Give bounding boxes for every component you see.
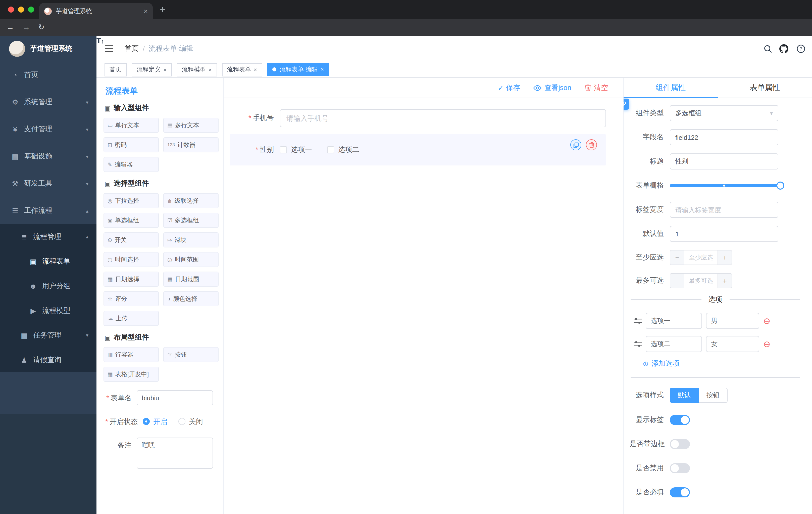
max-select-value[interactable]: 最多可选: [685, 274, 718, 288]
traffic-close-icon[interactable]: [8, 6, 14, 12]
font-size-icon[interactable]: T↕: [96, 36, 104, 45]
component-rate[interactable]: ☆评分: [104, 291, 159, 306]
save-button[interactable]: ✓ 保存: [498, 83, 520, 92]
delete-field-button[interactable]: [586, 139, 597, 151]
component-single-line-text[interactable]: ▭单行文本: [104, 118, 159, 133]
field-row-phone[interactable]: *手机号: [230, 109, 606, 127]
sidebar-item-task-management[interactable]: ▦ 任务管理 ▾: [0, 323, 96, 348]
sidebar-item-infra[interactable]: ▤ 基础设施 ▾: [0, 143, 96, 170]
required-toggle[interactable]: [670, 487, 690, 497]
browser-tab[interactable]: 芋道管理系统 ×: [39, 3, 153, 19]
minus-button[interactable]: −: [670, 250, 685, 265]
default-value-input[interactable]: [670, 226, 778, 242]
link-field-button[interactable]: [623, 99, 629, 110]
component-table-wip[interactable]: ▦表格[开发中]: [104, 367, 159, 382]
back-icon[interactable]: ←: [6, 23, 14, 31]
traffic-minimize-icon[interactable]: [18, 6, 24, 12]
tag-process-definition[interactable]: 流程定义 ×: [132, 63, 172, 76]
component-counter[interactable]: 123计数器: [163, 137, 219, 153]
plus-button[interactable]: +: [718, 274, 732, 288]
remove-option-icon[interactable]: ⊖: [763, 339, 771, 349]
option-name-input[interactable]: [646, 313, 702, 329]
tag-process-model[interactable]: 流程模型 ×: [177, 63, 217, 76]
tab-form-props[interactable]: 表单属性: [718, 78, 812, 98]
option-name-input[interactable]: [646, 336, 702, 352]
component-cascader[interactable]: ⋔级联选择: [163, 193, 219, 208]
radio-status-on[interactable]: 开启: [143, 414, 167, 429]
remove-option-icon[interactable]: ⊖: [763, 316, 771, 326]
tag-process-form-edit-active[interactable]: 流程表单-编辑 ×: [267, 63, 329, 76]
checkbox-option-1[interactable]: 选项一: [280, 145, 312, 154]
help-icon[interactable]: ?: [796, 44, 806, 54]
tag-close-icon[interactable]: ×: [163, 66, 167, 73]
component-multi-line-text[interactable]: ▤多行文本: [163, 118, 219, 133]
sidebar-item-home[interactable]: ◔ 首页: [0, 61, 96, 88]
drag-handle-icon[interactable]: [634, 341, 642, 348]
min-select-value[interactable]: 至少应选: [685, 250, 718, 265]
tag-close-icon[interactable]: ×: [208, 66, 212, 73]
disabled-toggle[interactable]: [670, 463, 690, 473]
grid-slider[interactable]: [670, 178, 780, 194]
option-value-input[interactable]: [706, 336, 759, 352]
tag-close-icon[interactable]: ×: [254, 66, 257, 73]
phone-input[interactable]: [280, 109, 606, 127]
new-tab-button[interactable]: +: [160, 3, 165, 16]
add-option-button[interactable]: ⊕ 添加选项: [643, 359, 803, 368]
component-radio-group[interactable]: ◉单选框组: [104, 213, 159, 228]
plus-button[interactable]: +: [718, 250, 732, 265]
copy-field-button[interactable]: [570, 139, 581, 151]
component-slider[interactable]: ↦滑块: [163, 232, 219, 247]
sidebar-item-devtools[interactable]: ⚒ 研发工具 ▾: [0, 170, 96, 197]
radio-status-off[interactable]: 关闭: [178, 414, 203, 429]
component-dropdown[interactable]: ◎下拉选择: [104, 193, 159, 208]
sidebar-item-workflow[interactable]: ☰ 工作流程 ▴: [0, 197, 96, 224]
tag-home[interactable]: 首页: [105, 63, 127, 76]
search-icon[interactable]: [763, 44, 773, 54]
form-remark-textarea[interactable]: 嘿嘿: [137, 437, 213, 469]
option-value-input[interactable]: [706, 313, 759, 329]
drag-handle-icon[interactable]: [634, 317, 642, 324]
slider-handle[interactable]: [776, 182, 784, 190]
tab-close-icon[interactable]: ×: [144, 7, 148, 15]
clear-button[interactable]: 清空: [584, 83, 608, 92]
component-row-container[interactable]: ▥行容器: [104, 347, 159, 362]
breadcrumb-home[interactable]: 首页: [125, 44, 139, 53]
selected-field-gender[interactable]: *性别 选项一 选项二: [230, 134, 606, 165]
component-checkbox-group[interactable]: ☑多选框组: [163, 213, 219, 228]
sidebar-item-payment[interactable]: ¥ 支付管理 ▾: [0, 116, 96, 143]
form-name-input[interactable]: [137, 390, 213, 405]
component-time-picker[interactable]: ◷时间选择: [104, 252, 159, 267]
tag-process-form[interactable]: 流程表单 ×: [222, 63, 262, 76]
traffic-zoom-icon[interactable]: [28, 6, 34, 12]
forward-icon[interactable]: →: [23, 23, 30, 31]
component-upload[interactable]: ☁上传: [104, 311, 159, 326]
sidebar-item-leave-query[interactable]: ♟ 请假查询: [0, 348, 96, 372]
show-label-toggle[interactable]: [670, 415, 690, 425]
tag-close-icon[interactable]: ×: [320, 66, 324, 73]
checkbox-option-2[interactable]: 选项二: [327, 145, 359, 154]
tab-component-props[interactable]: 组件属性: [624, 78, 718, 98]
component-color-picker[interactable]: ◑颜色选择: [163, 291, 219, 306]
minus-button[interactable]: −: [670, 274, 685, 288]
sidebar-item-user-group[interactable]: ☻ 用户分组: [0, 274, 96, 298]
option-style-button-button[interactable]: 按钮: [699, 388, 728, 403]
view-json-button[interactable]: 查看json: [533, 83, 571, 92]
field-name-input[interactable]: [670, 129, 778, 145]
label-width-input[interactable]: [670, 202, 778, 218]
component-time-range[interactable]: ◶时间范围: [163, 252, 219, 267]
border-toggle[interactable]: [670, 439, 690, 449]
component-switch[interactable]: ⊙开关: [104, 232, 159, 247]
component-editor[interactable]: ✎编辑器: [104, 157, 159, 172]
component-password[interactable]: ⊡密码: [104, 137, 159, 153]
hamburger-fold-icon[interactable]: [105, 44, 114, 52]
sidebar-item-process-form[interactable]: ▣ 流程表单: [0, 249, 96, 274]
reload-icon[interactable]: ↻: [38, 23, 45, 32]
component-type-select[interactable]: 多选框组 ▾: [670, 105, 778, 121]
component-date-range[interactable]: ▩日期范围: [163, 272, 219, 287]
sidebar-item-system[interactable]: ⚙ 系统管理 ▾: [0, 88, 96, 116]
component-date-picker[interactable]: ▦日期选择: [104, 272, 159, 287]
sidebar-item-process-management[interactable]: ≣ 流程管理 ▴: [0, 224, 96, 249]
option-style-default-button[interactable]: 默认: [670, 388, 699, 403]
sidebar-item-process-model[interactable]: ▶ 流程模型: [0, 298, 96, 323]
title-input[interactable]: [670, 154, 778, 169]
